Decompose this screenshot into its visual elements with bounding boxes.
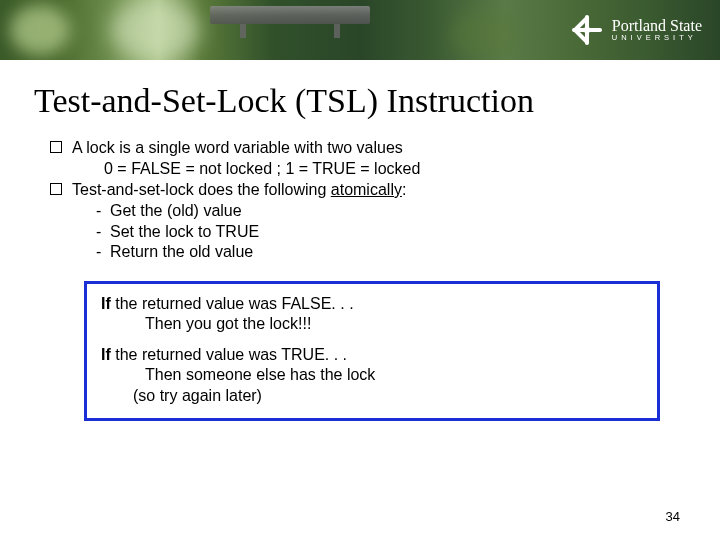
slide-title: Test-and-Set-Lock (TSL) Instruction xyxy=(34,82,720,120)
checkbox-bullet-icon xyxy=(50,141,62,153)
bullet-1-sub: 0 = FALSE = not locked ; 1 = TRUE = lock… xyxy=(104,159,676,179)
logo-text-line1: Portland State xyxy=(612,18,702,35)
dash-2: Set the lock to TRUE xyxy=(110,222,259,242)
box-para-2-note: (so try again later) xyxy=(133,386,643,406)
logo-text-line2: UNIVERSITY xyxy=(612,34,702,42)
dash-1: Get the (old) value xyxy=(110,201,242,221)
box-para-2-then: Then someone else has the lock xyxy=(145,365,643,385)
box-para-1-then: Then you got the lock!!! xyxy=(145,314,643,334)
result-box: If the returned value was FALSE. . . The… xyxy=(84,281,660,421)
box-para-1: If the returned value was FALSE. . . xyxy=(101,294,643,314)
dash-3: Return the old value xyxy=(110,242,253,262)
university-logo: Portland State UNIVERSITY xyxy=(570,0,702,60)
page-number: 34 xyxy=(666,509,680,524)
bullet-1: A lock is a single word variable with tw… xyxy=(72,138,403,158)
checkbox-bullet-icon xyxy=(50,183,62,195)
header-banner: Portland State UNIVERSITY xyxy=(0,0,720,60)
bullet-2: Test-and-set-lock does the following ato… xyxy=(72,180,406,200)
slide-content: A lock is a single word variable with tw… xyxy=(50,138,676,263)
svg-point-4 xyxy=(584,27,590,33)
logo-icon xyxy=(570,13,604,47)
box-para-2: If the returned value was TRUE. . . xyxy=(101,345,643,365)
